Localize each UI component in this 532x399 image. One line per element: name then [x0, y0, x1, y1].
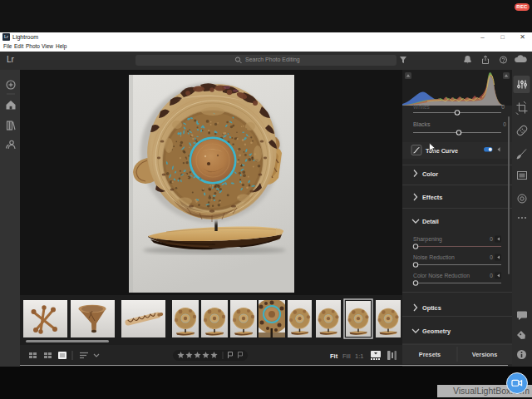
svg-text:0: 0 — [490, 273, 493, 278]
svg-text:Effects: Effects — [422, 194, 442, 201]
svg-text:Versions: Versions — [472, 351, 497, 358]
svg-text:0: 0 — [490, 254, 493, 260]
svg-text:Color: Color — [422, 170, 438, 178]
svg-text:0: 0 — [490, 236, 493, 242]
svg-text:0: 0 — [501, 104, 505, 110]
svg-text:Optics: Optics — [422, 304, 441, 312]
svg-text:Detail: Detail — [422, 218, 439, 225]
svg-text:1:1: 1:1 — [355, 352, 363, 360]
svg-text:Fit: Fit — [330, 352, 338, 360]
svg-text:Whites: Whites — [413, 104, 431, 110]
svg-text:Fill: Fill — [342, 352, 351, 360]
svg-text:Geometry: Geometry — [422, 328, 451, 335]
svg-text:Presets: Presets — [419, 351, 441, 358]
svg-text:Sharpening: Sharpening — [413, 236, 442, 243]
svg-text:0: 0 — [503, 121, 506, 127]
svg-text:Color Noise Reduction: Color Noise Reduction — [413, 273, 470, 278]
svg-text:Noise Reduction: Noise Reduction — [413, 254, 455, 260]
svg-text:Blacks: Blacks — [413, 121, 431, 127]
